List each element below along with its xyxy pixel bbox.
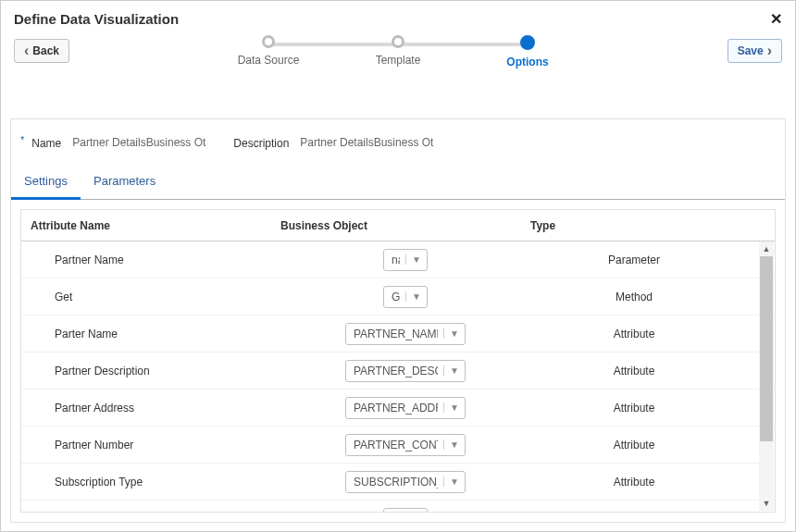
chevron-down-icon: ▼ (443, 402, 459, 413)
business-object-cell: PARTNER_CONTAC▼ (280, 434, 530, 456)
attr-name-cell: Get (21, 291, 280, 303)
step-label: Options (506, 56, 548, 68)
business-object-dropdown[interactable]: name▼ (383, 249, 428, 271)
description-input[interactable] (300, 134, 448, 152)
business-object-cell: ResultSe▼ (280, 508, 530, 513)
attr-name-cell: Partner Number (21, 439, 280, 452)
attr-name-text: Subscription Type (55, 476, 143, 489)
table-row: Partner DescriptionPARTNER_DESC▼Attribut… (21, 353, 775, 390)
attr-name-text: Get (55, 291, 72, 303)
business-object-cell: PARTNER_DESC▼ (280, 360, 530, 382)
step-dot-icon (520, 35, 535, 50)
business-object-dropdown[interactable]: PARTNER_CONTAC▼ (345, 434, 466, 456)
type-cell: Method (530, 291, 775, 303)
attr-name-text: Parter Name (55, 328, 118, 340)
col-header-business-object[interactable]: Business Object (280, 219, 530, 232)
grid-body: Partner Namename▼ParameterGetGE▼MethodPa… (21, 241, 775, 512)
business-object-dropdown[interactable]: PARTNER_NAME▼ (345, 323, 466, 345)
attribute-grid: Attribute Name Business Object Type Part… (20, 209, 776, 513)
table-row: Partner Namename▼Parameter (21, 241, 775, 278)
business-object-dropdown[interactable]: PARTNER_ADDRES▼ (345, 397, 466, 419)
required-star-icon: * (20, 134, 24, 145)
step-connector (268, 43, 398, 46)
attr-name-cell: Subscription Type (21, 476, 280, 489)
back-button[interactable]: Back (14, 39, 69, 63)
business-object-cell: SUBSCRIPTION_TY▼ (280, 471, 530, 493)
business-object-cell: PARTNER_ADDRES▼ (280, 397, 530, 419)
save-button-label: Save (738, 44, 764, 57)
attr-name-text: Partner Description (55, 365, 150, 377)
tab-parameters[interactable]: Parameters (81, 165, 168, 200)
chevron-down-icon: ▼ (405, 291, 421, 302)
vertical-scrollbar[interactable]: ▲ ▼ (759, 241, 774, 511)
attr-name-text: Partner Number (55, 439, 133, 452)
type-cell: Attribute (530, 402, 775, 414)
back-button-label: Back (32, 44, 59, 57)
grid-header-row: Attribute Name Business Object Type (21, 210, 775, 241)
attr-name-cell: Partner Name (21, 254, 280, 266)
col-header-type[interactable]: Type (530, 219, 775, 232)
step-template[interactable]: Template (333, 35, 463, 67)
type-cell: Parameter (530, 254, 775, 266)
dropdown-value: PARTNER_NAME (354, 328, 438, 340)
tab-settings[interactable]: Settings (11, 165, 81, 200)
scroll-down-icon[interactable]: ▼ (759, 496, 774, 511)
save-button[interactable]: Save (728, 39, 782, 63)
type-cell: Attribute (530, 439, 775, 452)
business-object-dropdown[interactable]: ResultSe▼ (383, 508, 428, 513)
chevron-down-icon: ▼ (443, 328, 459, 339)
step-dot-icon (392, 35, 404, 48)
business-object-dropdown[interactable]: PARTNER_DESC▼ (345, 360, 466, 382)
dropdown-value: SUBSCRIPTION_TY (354, 476, 438, 489)
chevron-down-icon: ▼ (443, 476, 459, 487)
business-object-dropdown[interactable]: SUBSCRIPTION_TY▼ (345, 471, 466, 493)
business-object-cell: PARTNER_NAME▼ (280, 323, 530, 345)
table-row: GetGE▼Method (21, 278, 775, 315)
attr-name-text: Partner Name (55, 254, 124, 266)
col-header-attribute[interactable]: Attribute Name (21, 219, 280, 232)
type-cell: Attribute (530, 476, 775, 489)
dropdown-value: PARTNER_DESC (354, 365, 438, 377)
description-label: Description (233, 137, 289, 150)
chevron-left-icon (24, 43, 29, 58)
tab-bar: Settings Parameters (11, 165, 785, 200)
attr-name-cell: Partner Description (21, 365, 280, 377)
chevron-down-icon: ▼ (443, 365, 459, 376)
step-dot-icon (262, 35, 275, 48)
scroll-up-icon[interactable]: ▲ (759, 241, 774, 256)
step-data-source[interactable]: Data Source (204, 35, 333, 67)
dropdown-value: name (392, 254, 400, 266)
dropdown-value: GE (392, 291, 400, 303)
name-input[interactable] (72, 134, 220, 152)
table-row: Product DetailsResultSe▼Attribute (21, 501, 775, 512)
close-icon[interactable]: ✕ (770, 10, 782, 28)
dropdown-value: PARTNER_ADDRES (354, 402, 438, 414)
business-object-dropdown[interactable]: GE▼ (383, 286, 428, 308)
dropdown-value: PARTNER_CONTAC (354, 439, 438, 452)
dialog-header: Define Data Visualization ✕ (1, 1, 795, 35)
meta-fields-row: * Name Description (11, 119, 785, 165)
step-connector (398, 43, 528, 46)
table-row: Parter NamePARTNER_NAME▼Attribute (21, 315, 775, 353)
table-row: Partner NumberPARTNER_CONTAC▼Attribute (21, 427, 775, 464)
scroll-thumb[interactable] (760, 256, 773, 441)
step-label: Template (376, 54, 421, 67)
name-label: Name (31, 137, 61, 150)
form-area: * Name Description Settings Parameters A… (10, 118, 786, 523)
chevron-down-icon: ▼ (405, 254, 421, 265)
toolbar: Back Data Source Template Options Save (1, 35, 795, 81)
type-cell: Attribute (530, 365, 775, 377)
dialog-title: Define Data Visualization (14, 11, 179, 27)
business-object-cell: name▼ (280, 249, 530, 271)
wizard-stepper: Data Source Template Options (204, 35, 592, 68)
type-cell: Attribute (530, 328, 775, 340)
table-row: Subscription TypeSUBSCRIPTION_TY▼Attribu… (21, 464, 775, 501)
table-row: Partner AddressPARTNER_ADDRES▼Attribute (21, 390, 775, 427)
step-label: Data Source (238, 54, 300, 67)
attr-name-cell: Parter Name (21, 328, 280, 340)
chevron-down-icon: ▼ (443, 439, 459, 450)
business-object-cell: GE▼ (280, 286, 530, 308)
step-options[interactable]: Options (463, 35, 592, 68)
attr-name-cell: Partner Address (21, 402, 280, 414)
attr-name-text: Partner Address (55, 402, 134, 414)
